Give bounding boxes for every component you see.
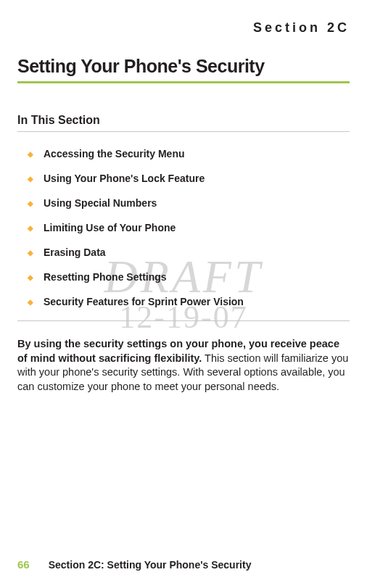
toc-item-label: Accessing the Security Menu	[44, 148, 185, 160]
diamond-bullet-icon: ◆	[28, 173, 33, 186]
toc-item-label: Limiting Use of Your Phone	[44, 222, 176, 233]
section-label: Section 2C	[17, 20, 350, 36]
toc-item-label: Using Your Phone's Lock Feature	[44, 173, 205, 184]
body-paragraph: By using the security settings on your p…	[17, 337, 350, 394]
toc-item: ◆ Security Features for Sprint Power Vis…	[17, 296, 350, 309]
toc-item: ◆ Resetting Phone Settings	[17, 271, 350, 284]
diamond-bullet-icon: ◆	[28, 296, 33, 309]
diamond-bullet-icon: ◆	[28, 271, 33, 284]
subhead-rule-top	[17, 131, 350, 132]
diamond-bullet-icon: ◆	[28, 247, 33, 260]
title-rule	[17, 81, 350, 83]
toc-item: ◆ Using Special Numbers	[17, 197, 350, 210]
footer-page-number: 66	[17, 558, 30, 571]
toc-item-label: Resetting Phone Settings	[44, 271, 167, 283]
toc-list: ◆ Accessing the Security Menu ◆ Using Yo…	[17, 148, 350, 309]
subhead-rule-bottom	[17, 320, 350, 321]
toc-item: ◆ Limiting Use of Your Phone	[17, 222, 350, 235]
diamond-bullet-icon: ◆	[28, 197, 33, 210]
toc-item-label: Security Features for Sprint Power Visio…	[44, 296, 244, 307]
toc-item-label: Using Special Numbers	[44, 197, 157, 209]
toc-item-label: Erasing Data	[44, 247, 106, 258]
in-this-section-heading: In This Section	[17, 114, 350, 127]
diamond-bullet-icon: ◆	[28, 222, 33, 235]
toc-item: ◆ Accessing the Security Menu	[17, 148, 350, 161]
toc-item: ◆ Erasing Data	[17, 247, 350, 260]
page-footer: 66 Section 2C: Setting Your Phone's Secu…	[17, 558, 350, 571]
toc-item: ◆ Using Your Phone's Lock Feature	[17, 173, 350, 186]
diamond-bullet-icon: ◆	[28, 148, 33, 161]
page-title: Setting Your Phone's Security	[17, 56, 350, 77]
footer-section-text: Section 2C: Setting Your Phone's Securit…	[49, 559, 252, 571]
